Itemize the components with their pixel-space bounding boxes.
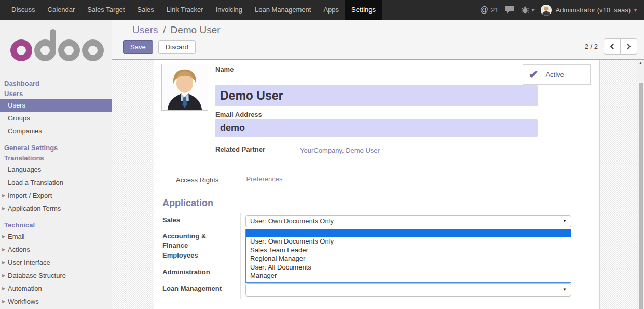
employees-field-label: Employees (162, 251, 235, 260)
record-pager: 2 / 2 (585, 38, 637, 55)
bug-icon (521, 6, 529, 14)
expand-arrow-icon: ▶ (2, 230, 5, 243)
email-input[interactable]: demo (215, 119, 538, 137)
checkmark-icon: ✔ (529, 69, 538, 80)
topbar-menu-calendar[interactable]: Calendar (42, 0, 81, 20)
chevron-down-icon: ▾ (531, 7, 534, 13)
loan-management-select[interactable]: ▼ (245, 283, 571, 297)
breadcrumb-parent-link[interactable]: Users (132, 24, 158, 35)
discard-button[interactable]: Discard (158, 40, 196, 54)
sidebar-item-database-structure[interactable]: ▶Database Structure (0, 269, 112, 282)
breadcrumb-current: Demo User (170, 24, 220, 35)
sidebar-header-general-settings[interactable]: General Settings (0, 142, 112, 153)
sidebar-item-companies[interactable]: Companies (0, 125, 112, 138)
main-panel: Users / Demo User Save Discard 2 / 2 (112, 20, 644, 309)
sidebar-item-automation[interactable]: ▶Automation (0, 282, 112, 295)
sidebar-header-dashboard[interactable]: Dashboard (0, 78, 112, 88)
breadcrumb-separator: / (161, 24, 168, 35)
sidebar-item-workflows[interactable]: ▶Workflows (0, 295, 112, 308)
sidebar-header-translations[interactable]: Translations (0, 153, 112, 163)
accounting-finance-field-label: Accounting & Finance (162, 232, 217, 250)
field-divider (294, 143, 294, 160)
mentions-count: 21 (491, 6, 498, 14)
active-label: Active (545, 71, 564, 78)
sidebar-header-users[interactable]: Users (0, 88, 112, 99)
topbar-menu-link-tracker[interactable]: Link Tracker (160, 0, 210, 20)
odoo-logo (10, 32, 104, 62)
pager-next-button[interactable] (620, 38, 637, 55)
expand-arrow-icon: ▶ (2, 282, 5, 295)
name-field-label: Name (215, 65, 234, 73)
mentions-counter[interactable]: @ 21 (480, 5, 499, 15)
sales-access-dropdown-list: User: Own Documents OnlySales Team Leade… (245, 229, 571, 283)
notebook-tabs: Access Rights Preferences (154, 170, 591, 190)
topbar-menu-loan-management[interactable]: Loan Management (249, 0, 317, 20)
dropdown-option-manager[interactable]: Manager (246, 272, 571, 280)
tab-preferences[interactable]: Preferences (232, 169, 296, 190)
sidebar-item-user-interface[interactable]: ▶User Interface (0, 256, 112, 269)
app-sidebar: DashboardUsersUsersGroupsCompaniesGenera… (0, 20, 112, 309)
sidebar-menu: DashboardUsersUsersGroupsCompaniesGenera… (0, 78, 112, 309)
topbar-menu-settings[interactable]: Settings (345, 0, 382, 20)
at-icon: @ (480, 5, 488, 15)
form-buttons: Save Discard (123, 40, 196, 54)
odoo-app-window: DiscussCalendarSales TargetSalesLink Tra… (0, 0, 644, 309)
sidebar-header-technical[interactable]: Technical (0, 220, 112, 230)
sidebar-item-import-export[interactable]: ▶Import / Export (0, 189, 112, 202)
topbar-menu-sales[interactable]: Sales (131, 0, 160, 20)
select-arrow-icon: ▼ (563, 216, 567, 227)
user-avatar (541, 5, 552, 16)
debug-menu[interactable]: ▾ (521, 6, 534, 14)
scroll-up-arrow[interactable]: ▲ (637, 61, 644, 65)
form-sheet: Name Demo User Email Address demo Relate… (154, 60, 600, 309)
active-checkbox[interactable]: ✔ Active (523, 64, 591, 85)
dropdown-option-user-own-documents-only[interactable]: User: Own Documents Only (246, 237, 571, 246)
expand-arrow-icon: ▶ (2, 243, 5, 256)
sidebar-item-groups[interactable]: Groups (0, 112, 112, 125)
chevron-left-icon (610, 43, 614, 50)
pager-counter: 2 / 2 (585, 43, 598, 50)
control-panel: Users / Demo User Save Discard 2 / 2 (112, 20, 644, 60)
sales-access-select[interactable]: User: Own Documents Only ▼ (245, 215, 571, 227)
user-photo[interactable] (161, 64, 208, 111)
related-partner-link[interactable]: YourCompany, Demo User (300, 146, 380, 154)
email-field-label: Email Address (215, 111, 262, 118)
messages-icon[interactable] (505, 5, 514, 15)
select-arrow-icon: ▼ (563, 284, 567, 296)
vertical-scrollbar[interactable]: ▲ (637, 60, 644, 309)
topbar-menu-discuss[interactable]: Discuss (5, 0, 42, 20)
sales-access-selected-value: User: Own Documents Only (246, 217, 334, 225)
user-label: Administrator (v10_saas) (555, 6, 631, 14)
save-button[interactable]: Save (123, 40, 153, 54)
sales-field-label: Sales (162, 216, 235, 225)
loan-management-selected-value (246, 286, 250, 293)
sidebar-item-languages[interactable]: Languages (0, 163, 112, 176)
dropdown-option-blank[interactable] (246, 229, 571, 237)
administration-field-label: Administration (162, 267, 235, 277)
label-field-divider (240, 213, 241, 299)
sidebar-item-actions[interactable]: ▶Actions (0, 243, 112, 256)
expand-arrow-icon: ▶ (2, 269, 5, 282)
dropdown-option-sales-team-leader[interactable]: Sales Team Leader (246, 246, 571, 255)
name-input[interactable]: Demo User (215, 85, 538, 106)
expand-arrow-icon: ▶ (2, 295, 5, 308)
sidebar-item-email[interactable]: ▶Email (0, 230, 112, 243)
scrollbar-thumb[interactable] (639, 83, 643, 309)
application-section-heading: Application (162, 198, 213, 209)
breadcrumb: Users / Demo User (132, 24, 221, 36)
expand-arrow-icon: ▶ (2, 189, 5, 202)
tab-access-rights[interactable]: Access Rights (162, 170, 232, 190)
topbar-menu-apps[interactable]: Apps (317, 0, 345, 20)
chevron-right-icon (626, 43, 631, 50)
dropdown-option-regional-manager[interactable]: Regional Manager (246, 254, 571, 263)
topbar-menu-invoicing[interactable]: Invoicing (210, 0, 249, 20)
topbar-menu-list: DiscussCalendarSales TargetSalesLink Tra… (0, 0, 382, 20)
user-menu[interactable]: Administrator (v10_saas) ▾ (541, 5, 637, 16)
topbar-menu-sales-target[interactable]: Sales Target (81, 0, 131, 20)
sidebar-item-application-terms[interactable]: ▶Application Terms (0, 202, 112, 215)
dropdown-option-user-all-documents[interactable]: User: All Documents (246, 263, 571, 272)
sidebar-item-users[interactable]: Users (0, 99, 112, 112)
topbar-right-tools: @ 21 ▾ Administrator (480, 5, 644, 16)
pager-previous-button[interactable] (604, 38, 621, 55)
sidebar-item-load-a-translation[interactable]: Load a Translation (0, 176, 112, 189)
